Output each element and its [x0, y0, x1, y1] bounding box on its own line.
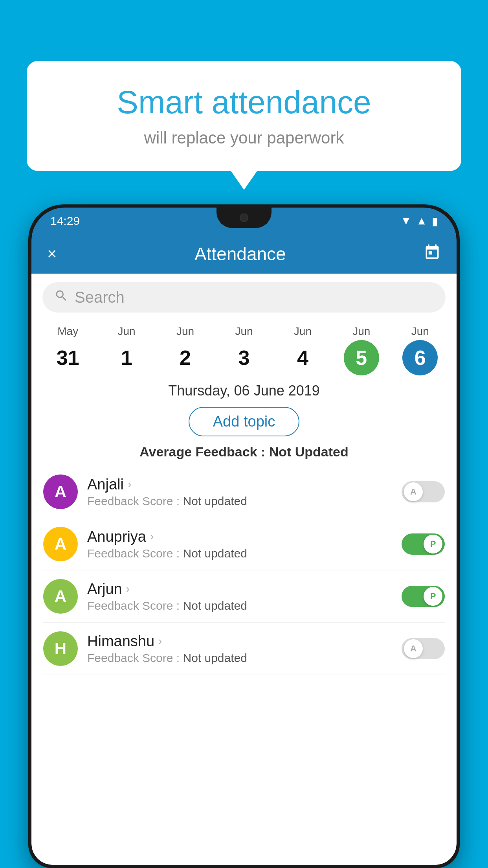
- selected-date: Thursday, 06 June 2019: [31, 375, 457, 403]
- chevron-icon: ›: [126, 583, 130, 595]
- app-header: × Attendance: [31, 234, 457, 274]
- student-info: Himanshu ›Feedback Score : Not updated: [87, 633, 392, 665]
- speech-bubble-container: Smart attendance will replace your paper…: [27, 61, 461, 171]
- header-title: Attendance: [194, 243, 286, 265]
- student-info: Anupriya ›Feedback Score : Not updated: [87, 528, 392, 560]
- wifi-icon: ▼: [401, 215, 412, 227]
- toggle-knob: P: [424, 587, 442, 606]
- cal-date-number: 6: [402, 340, 438, 375]
- status-icons: ▼ ▲ ▮: [401, 215, 438, 228]
- phone-content: 14:29 ▼ ▲ ▮ × Attendance: [31, 208, 457, 865]
- attendance-toggle[interactable]: P: [402, 533, 445, 555]
- student-item[interactable]: AAnjali ›Feedback Score : Not updatedA: [43, 466, 445, 518]
- calendar-strip: May31Jun1Jun2Jun3Jun4Jun5Jun6: [31, 321, 457, 375]
- student-list: AAnjali ›Feedback Score : Not updatedAAA…: [31, 466, 457, 675]
- student-name: Anupriya ›: [87, 528, 392, 545]
- toggle-knob: P: [424, 535, 442, 554]
- student-name: Anjali ›: [87, 476, 392, 493]
- attendance-toggle[interactable]: P: [402, 586, 445, 607]
- cal-date-number: 3: [226, 340, 262, 375]
- screen-content: Search May31Jun1Jun2Jun3Jun4Jun5Jun6 Thu…: [31, 274, 457, 865]
- calendar-day[interactable]: Jun3: [215, 325, 273, 375]
- status-time: 14:29: [50, 214, 80, 228]
- attendance-toggle-wrap: P: [402, 586, 445, 607]
- cal-date-number: 5: [344, 340, 379, 375]
- cal-month-label: May: [57, 325, 78, 338]
- student-avatar: A: [43, 527, 78, 561]
- toggle-knob: A: [404, 639, 423, 658]
- bubble-subtitle: will replace your paperwork: [58, 129, 430, 147]
- student-feedback: Feedback Score : Not updated: [87, 651, 392, 665]
- phone-frame: 14:29 ▼ ▲ ▮ × Attendance: [28, 204, 460, 868]
- chevron-icon: ›: [128, 478, 131, 491]
- notch: [216, 208, 272, 228]
- cal-month-label: Jun: [235, 325, 253, 338]
- student-info: Anjali ›Feedback Score : Not updated: [87, 476, 392, 508]
- chevron-icon: ›: [158, 635, 162, 647]
- calendar-day[interactable]: Jun5: [332, 325, 391, 375]
- student-name: Himanshu ›: [87, 633, 392, 650]
- cal-month-label: Jun: [176, 325, 194, 338]
- attendance-toggle-wrap: A: [402, 481, 445, 502]
- student-item[interactable]: AArjun ›Feedback Score : Not updatedP: [43, 570, 445, 623]
- student-info: Arjun ›Feedback Score : Not updated: [87, 581, 392, 612]
- attendance-toggle-wrap: P: [402, 533, 445, 555]
- avg-feedback-label: Average Feedback :: [139, 444, 265, 459]
- cal-month-label: Jun: [411, 325, 429, 338]
- student-item[interactable]: HHimanshu ›Feedback Score : Not updatedA: [43, 623, 445, 675]
- attendance-toggle[interactable]: A: [402, 638, 445, 659]
- avg-feedback: Average Feedback : Not Updated: [31, 440, 457, 466]
- camera: [240, 213, 248, 222]
- avg-feedback-value: Not Updated: [269, 444, 349, 459]
- toggle-knob: A: [404, 482, 423, 501]
- speech-bubble: Smart attendance will replace your paper…: [27, 61, 461, 171]
- calendar-day[interactable]: Jun1: [97, 325, 156, 375]
- phone-inner: 14:29 ▼ ▲ ▮ × Attendance: [31, 208, 457, 865]
- cal-date-number: 2: [168, 340, 203, 375]
- calendar-icon[interactable]: [424, 244, 441, 265]
- student-avatar: H: [43, 631, 78, 666]
- search-bar[interactable]: Search: [42, 282, 446, 313]
- search-placeholder: Search: [75, 289, 125, 306]
- close-button[interactable]: ×: [47, 245, 57, 263]
- bubble-title: Smart attendance: [58, 85, 430, 120]
- student-feedback: Feedback Score : Not updated: [87, 495, 392, 508]
- cal-date-number: 31: [50, 340, 86, 375]
- student-avatar: A: [43, 474, 78, 509]
- student-name: Arjun ›: [87, 581, 392, 598]
- calendar-day[interactable]: Jun4: [273, 325, 332, 375]
- student-feedback: Feedback Score : Not updated: [87, 547, 392, 560]
- signal-icon: ▲: [416, 215, 427, 227]
- search-icon: [54, 289, 68, 306]
- attendance-toggle[interactable]: A: [402, 481, 445, 502]
- chevron-icon: ›: [150, 530, 154, 543]
- cal-date-number: 1: [109, 340, 144, 375]
- calendar-day[interactable]: Jun6: [391, 325, 449, 375]
- student-feedback: Feedback Score : Not updated: [87, 599, 392, 612]
- cal-month-label: Jun: [352, 325, 370, 338]
- attendance-toggle-wrap: A: [402, 638, 445, 659]
- calendar-day[interactable]: Jun2: [156, 325, 215, 375]
- calendar-day[interactable]: May31: [39, 325, 97, 375]
- student-avatar: A: [43, 579, 78, 614]
- battery-icon: ▮: [432, 215, 438, 228]
- student-item[interactable]: AAnupriya ›Feedback Score : Not updatedP: [43, 518, 445, 570]
- cal-date-number: 4: [285, 340, 320, 375]
- add-topic-button[interactable]: Add topic: [189, 407, 299, 436]
- status-bar: 14:29 ▼ ▲ ▮: [31, 208, 457, 234]
- cal-month-label: Jun: [118, 325, 136, 338]
- cal-month-label: Jun: [294, 325, 312, 338]
